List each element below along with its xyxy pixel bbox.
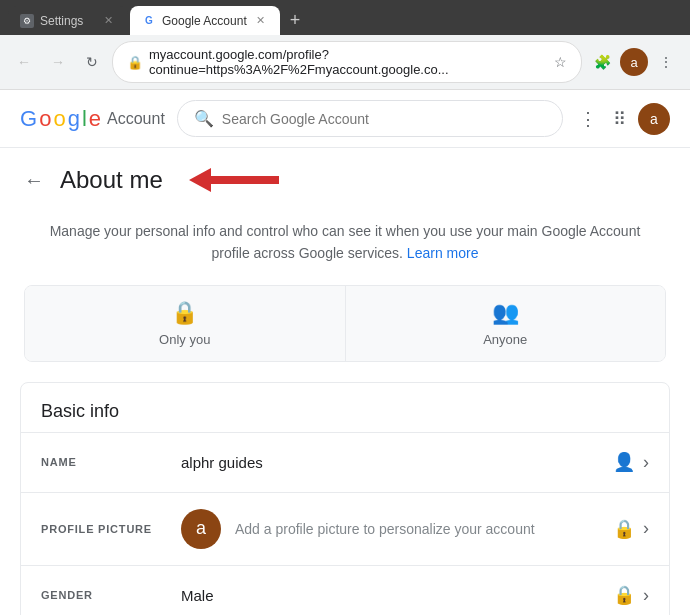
about-me-header: ← About me [0,148,690,204]
name-value: alphr guides [181,454,613,471]
logo-e: e [89,106,101,132]
back-button[interactable]: ← [10,48,38,76]
back-button[interactable]: ← [24,169,44,192]
name-label: NAME [41,456,181,468]
header-right: ⋮ ⠿ a [575,103,670,135]
anyone-tab[interactable]: 👥 Anyone [346,286,666,361]
basic-info-card: Basic info NAME alphr guides 👤 › PROFILE… [20,382,670,615]
learn-more-link[interactable]: Learn more [407,245,479,261]
profile-picture-label: PROFILE PICTURE [41,523,181,535]
google-header: Google Account 🔍 ⋮ ⠿ a [0,90,690,148]
dots-menu-button[interactable]: ⋮ [575,104,601,134]
avatar-letter: a [650,111,658,127]
profile-picture-value: Add a profile picture to personalize you… [235,521,535,537]
browser-menu-button[interactable]: ⋮ [652,48,680,76]
logo-l: l [82,106,87,132]
back-icon: ← [17,54,31,70]
profile-picture-row-right: 🔒 › [613,518,649,540]
only-you-label: Only you [159,332,210,347]
extensions-button[interactable]: 🧩 [588,48,616,76]
search-bar[interactable]: 🔍 [177,100,563,137]
search-input[interactable] [222,111,546,127]
back-arrow-icon: ← [24,169,44,192]
svg-marker-0 [189,168,279,192]
address-text: myaccount.google.com/profile?continue=ht… [149,47,548,77]
address-bar[interactable]: 🔒 myaccount.google.com/profile?continue=… [112,41,582,83]
gender-value: Male [181,587,613,604]
user-avatar[interactable]: a [638,103,670,135]
google-account-tab[interactable]: G Google Account ✕ [130,6,280,35]
browser-profile-button[interactable]: a [620,48,648,76]
logo-account-text: Account [107,110,165,128]
only-you-tab[interactable]: 🔒 Only you [25,286,346,361]
name-row-right: 👤 › [613,451,649,473]
name-chevron-icon: › [643,452,649,473]
basic-info-title: Basic info [21,383,669,432]
person-icon: 👤 [613,451,635,473]
bookmark-icon: ☆ [554,54,567,70]
grid-apps-button[interactable]: ⠿ [609,104,630,134]
gender-lock-icon: 🔒 [613,584,635,606]
gender-label: GENDER [41,589,181,601]
description-text: Manage your personal info and control wh… [50,223,641,261]
profile-picture-row[interactable]: PROFILE PICTURE a Add a profile picture … [21,492,669,565]
extensions-icon: 🧩 [594,54,611,70]
settings-tab[interactable]: ⚙ Settings ✕ [8,6,128,35]
name-row[interactable]: NAME alphr guides 👤 › [21,432,669,492]
settings-tab-title: Settings [40,14,95,28]
visibility-tabs: 🔒 Only you 👥 Anyone [24,285,666,362]
people-vis-icon: 👥 [492,300,519,326]
gender-row[interactable]: GENDER Male 🔒 › [21,565,669,615]
lock-icon: 🔒 [127,55,143,70]
anyone-label: Anyone [483,332,527,347]
nav-bar: ← → ↻ 🔒 myaccount.google.com/profile?con… [0,35,690,90]
red-arrow-indicator [189,166,279,194]
new-tab-button[interactable]: + [282,6,309,35]
logo-g2: g [68,106,80,132]
gender-row-right: 🔒 › [613,584,649,606]
browser-nav-right: 🧩 a ⋮ [588,48,680,76]
tab-bar: ⚙ Settings ✕ G Google Account ✕ + [0,0,690,35]
logo-o1: o [39,106,51,132]
google-logo: Google Account [20,106,165,132]
google-account-tab-favicon: G [142,14,156,28]
forward-icon: → [51,54,65,70]
browser-chrome: ⚙ Settings ✕ G Google Account ✕ + ← → ↻ … [0,0,690,90]
page-title: About me [60,166,163,194]
forward-button[interactable]: → [44,48,72,76]
lock-vis-icon: 🔒 [171,300,198,326]
settings-tab-favicon: ⚙ [20,14,34,28]
settings-tab-close[interactable]: ✕ [101,13,116,28]
logo-o2: o [53,106,65,132]
search-icon: 🔍 [194,109,214,128]
browser-menu-icon: ⋮ [659,54,673,70]
reload-icon: ↻ [86,54,98,70]
reload-button[interactable]: ↻ [78,48,106,76]
browser-avatar-label: a [630,55,637,70]
profile-picture-chevron-icon: › [643,518,649,539]
arrow-svg [189,166,279,194]
gender-chevron-icon: › [643,585,649,606]
logo-g: G [20,106,37,132]
profile-lock-icon: 🔒 [613,518,635,540]
page-content: Google Account 🔍 ⋮ ⠿ a ← About me Manag [0,90,690,615]
profile-avatar-letter: a [196,518,206,539]
profile-avatar: a [181,509,221,549]
google-account-tab-close[interactable]: ✕ [253,13,268,28]
google-account-tab-title: Google Account [162,14,247,28]
description-section: Manage your personal info and control wh… [0,204,690,285]
profile-pic-content: a Add a profile picture to personalize y… [181,509,535,549]
